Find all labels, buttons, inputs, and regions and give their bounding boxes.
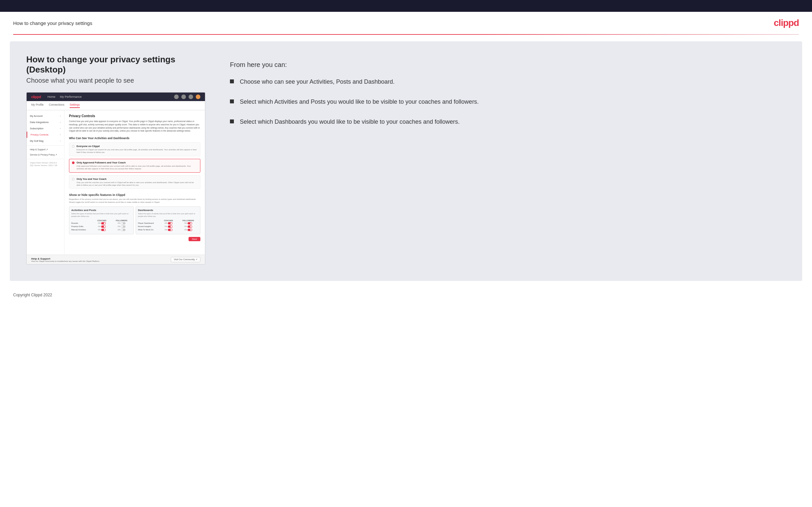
mock-toggle-insights-followers (188, 225, 192, 228)
mock-who-can-see-title: Who Can See Your Activities and Dashboar… (69, 136, 200, 140)
mock-toggle-row-manual: Manual Activities ON ON (71, 229, 132, 231)
mock-sidebar-divider (27, 146, 64, 146)
mock-visit-community-button[interactable]: Visit Our Community ↗ (171, 257, 200, 262)
screenshot-mockup: clippd Home My Performance My Profile Co… (26, 92, 205, 265)
mock-privacy-controls-desc: Control how you and your data appears to… (69, 120, 200, 132)
left-column: How to change your privacy settings (Des… (26, 54, 210, 265)
mock-radio-everyone: Everyone on Clippd Everyone on Clippd ca… (69, 143, 200, 156)
mock-help-title: Help & Support (31, 257, 100, 260)
mock-toggle-playerdash-followers (188, 222, 192, 224)
bullet-item-3: Select which Dashboards you would like t… (230, 118, 786, 126)
mock-radio-group: Everyone on Clippd Everyone on Clippd ca… (69, 143, 200, 189)
mock-toggle-heading: Show or hide specific features in Clippd (69, 193, 200, 196)
mock-toggle-section: Show or hide specific features in Clippd… (69, 193, 200, 241)
mock-toggle-row-rounds: Rounds ON ON (71, 222, 132, 224)
mock-toggle-insights-coaches (168, 225, 172, 228)
bullet-text-1: Choose who can see your Activities, Post… (240, 78, 395, 86)
mock-save-button[interactable]: Save (189, 237, 200, 241)
logo: clippd (774, 18, 799, 28)
mock-radio-dot-followers (72, 161, 74, 164)
mock-sidebar-privacy: Privacy Controls › (27, 131, 64, 138)
mock-toggle-manual-followers (121, 229, 125, 231)
mock-toggle-manual-coaches (101, 229, 106, 231)
header-divider (13, 34, 799, 35)
page-subheading: Choose what you want people to see (26, 77, 210, 84)
mock-dashboards-panel: Dashboards Select the types of activity … (136, 207, 200, 234)
mock-toggle-row-what-to-work: What To Work On ON ON (138, 229, 198, 231)
mock-toggle-rounds-coaches (101, 222, 106, 224)
mock-navbar: clippd Home My Performance (27, 93, 205, 101)
copyright-text: Copyright Clippd 2022 (13, 293, 52, 297)
mock-subnav-settings: Settings (70, 103, 80, 108)
mock-sidebar-version: Clippd Client Version: 2022.8.2SQL Serve… (27, 161, 64, 168)
mock-nav-items: Home My Performance (47, 95, 82, 99)
mock-sidebar: My Account › Data Integrations › Subscri… (27, 110, 64, 255)
mock-nav-performance: My Performance (60, 95, 82, 99)
bullet-square-2 (230, 100, 234, 103)
bullet-square-3 (230, 119, 234, 123)
header-title: How to change your privacy settings (13, 20, 92, 26)
mock-toggle-work-coaches (168, 229, 172, 231)
mock-toggle-drills-followers (121, 225, 125, 228)
mock-toggle-row-round-insights: Round Insights ON ON (138, 225, 198, 228)
mock-help-row: Help & Support Visit our Clippd communit… (27, 255, 205, 264)
mock-subnav-profile: My Profile (31, 103, 44, 108)
right-column: From here you can: Choose who can see yo… (230, 54, 786, 126)
mock-body: My Account › Data Integrations › Subscri… (27, 110, 205, 255)
from-here-title: From here you can: (230, 61, 786, 69)
bullet-square-1 (230, 79, 234, 83)
mock-search-icon (174, 95, 179, 99)
mock-main: Privacy Controls Control how you and you… (64, 110, 205, 255)
mock-sidebar-account: My Account › (27, 113, 64, 119)
mock-toggle-row-player-dashboard: Player Dashboard ON ON (138, 222, 198, 224)
mock-radio-followers: Only Approved Followers and Your Coach O… (69, 159, 200, 173)
mock-sidebar-data: Data Integrations › (27, 119, 64, 125)
mock-bell-icon (181, 95, 186, 99)
mock-nav-home: Home (47, 95, 55, 99)
page-heading: How to change your privacy settings (Des… (26, 54, 210, 75)
bullet-text-3: Select which Dashboards you would like t… (240, 118, 460, 126)
header: How to change your privacy settings clip… (0, 12, 812, 34)
mock-toggle-work-followers (188, 229, 192, 231)
bullet-list: Choose who can see your Activities, Post… (230, 78, 786, 126)
mock-sidebar-help: Help & Support ↗ (27, 147, 64, 152)
mock-sidebar-privacy-policy: Service & Privacy Policy ↗ (27, 152, 64, 158)
mock-save-row: Save (69, 237, 200, 241)
mock-toggle-drills-coaches (101, 225, 106, 228)
mock-toggle-desc: Regardless of the privacy controls that … (69, 198, 200, 204)
mock-nav-right (174, 95, 200, 99)
mock-activities-panel: Activities and Posts Select the types of… (69, 207, 134, 234)
mock-help-desc: Visit our Clippd community to troublesho… (31, 260, 100, 262)
mock-toggle-playerdash-coaches (168, 222, 172, 224)
mock-subnav: My Profile Connections Settings (27, 101, 205, 110)
mock-toggle-rounds-followers (121, 222, 125, 224)
footer: Copyright Clippd 2022 (0, 287, 812, 302)
mock-sidebar-golfbag: My Golf Bag › (27, 138, 64, 144)
mock-subnav-connections: Connections (49, 103, 64, 108)
mock-privacy-controls-title: Privacy Controls (69, 114, 200, 118)
mock-radio-dot-everyone (72, 145, 74, 148)
mock-settings-icon (189, 95, 193, 99)
mock-avatar (196, 95, 200, 99)
bullet-item-2: Select which Activities and Posts you wo… (230, 98, 786, 106)
mock-toggle-grid: Activities and Posts Select the types of… (69, 207, 200, 234)
mock-sidebar-subscription: Subscription › (27, 125, 64, 131)
mock-toggle-row-drills: Practice Drills ON ON (71, 225, 132, 228)
top-bar (0, 0, 812, 12)
bullet-text-2: Select which Activities and Posts you wo… (240, 98, 478, 106)
mock-sidebar-divider2 (27, 159, 64, 159)
main-content: How to change your privacy settings (Des… (10, 41, 802, 281)
mock-logo: clippd (31, 95, 41, 99)
bullet-item-1: Choose who can see your Activities, Post… (230, 78, 786, 86)
mock-radio-coach-only: Only You and Your Coach Only you and the… (69, 175, 200, 189)
mock-radio-dot-coach (72, 178, 74, 180)
